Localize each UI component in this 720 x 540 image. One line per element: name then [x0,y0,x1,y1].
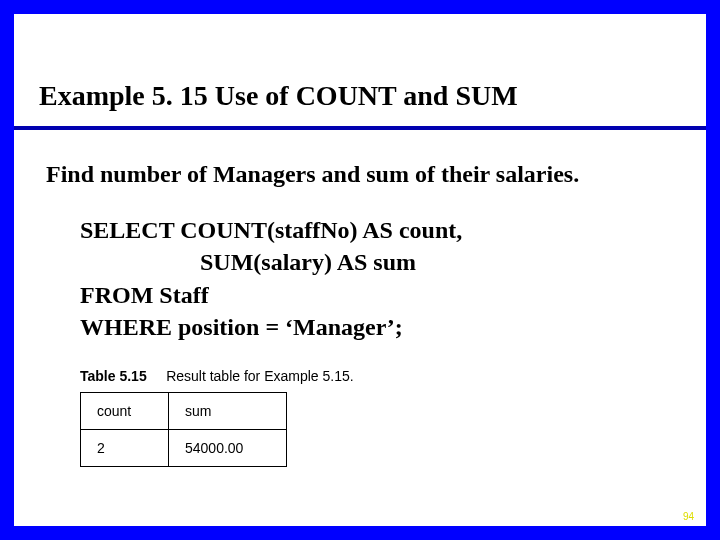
table-caption-label: Table 5.15 [80,368,147,384]
cell-sum: 54000.00 [169,430,287,467]
table-header-row: count sum [81,393,287,430]
result-table-wrap: Table 5.15 Result table for Example 5.15… [80,368,354,467]
table-caption-text: Result table for Example 5.15. [166,368,354,384]
slide-inner: Example 5. 15 Use of COUNT and SUM Find … [14,14,706,526]
title-underline [14,126,706,130]
table-caption: Table 5.15 Result table for Example 5.15… [80,368,354,384]
header-count: count [81,393,169,430]
table-row: 2 54000.00 [81,430,287,467]
code-line-1: SELECT COUNT(staffNo) AS count, [80,214,462,246]
page-number: 94 [683,511,694,522]
code-line-3: FROM Staff [80,279,462,311]
header-sum: sum [169,393,287,430]
result-table: count sum 2 54000.00 [80,392,287,467]
slide-title: Example 5. 15 Use of COUNT and SUM [39,80,681,118]
code-line-2: SUM(salary) AS sum [80,246,462,278]
slide: Example 5. 15 Use of COUNT and SUM Find … [0,0,720,540]
code-line-4: WHERE position = ‘Manager’; [80,311,462,343]
cell-count: 2 [81,430,169,467]
sql-code-block: SELECT COUNT(staffNo) AS count, SUM(sala… [80,214,462,344]
slide-subtitle: Find number of Managers and sum of their… [46,161,579,188]
